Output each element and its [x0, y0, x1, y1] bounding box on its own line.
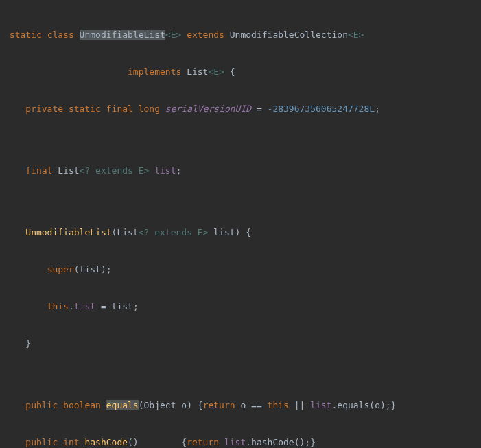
code-line: implements List<E> { — [4, 66, 481, 78]
code-line: static class UnmodifiableList<E> extends… — [4, 29, 481, 41]
field-svu: serialVersionUID — [165, 104, 251, 114]
code-line: } — [4, 338, 481, 350]
method-equals: equals — [106, 400, 139, 410]
code-line: UnmodifiableList(List<? extends E> list)… — [4, 226, 481, 239]
kw-extends: extends — [187, 30, 224, 40]
code-line: public boolean equals(Object o) {return … — [4, 399, 481, 412]
svu-val: -283967356065247728L — [268, 104, 375, 114]
code-line: super(list); — [4, 263, 481, 276]
method-hashCode: hashCode — [84, 437, 128, 447]
field-list: list — [154, 165, 176, 176]
code-line: public int hashCode() {return list.hashC… — [4, 436, 481, 448]
code-line: this.list = list; — [4, 300, 481, 313]
code-line: final List<? extends E> list; — [4, 165, 481, 177]
code-editor[interactable]: static class UnmodifiableList<E> extends… — [0, 0, 481, 448]
iface: List — [187, 67, 208, 77]
kw-static: static — [10, 30, 42, 40]
super-classname: UnmodifiableCollection — [230, 30, 348, 40]
kw-class: class — [47, 30, 74, 40]
ctor: UnmodifiableList — [25, 227, 111, 237]
code-line: private static final long serialVersionU… — [4, 103, 481, 115]
gen: <E> — [165, 30, 181, 40]
gen: <E> — [348, 30, 364, 40]
kw-implements: implements — [128, 67, 181, 77]
hl-classname: UnmodifiableList — [80, 30, 165, 40]
